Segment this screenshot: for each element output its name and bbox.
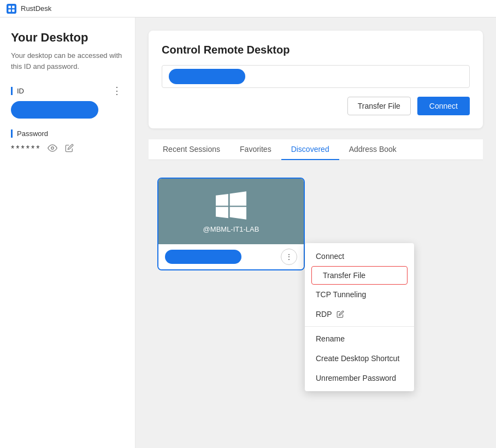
context-tcp-label: TCP Tunneling — [316, 290, 366, 299]
context-rdp-label: RDP — [316, 310, 332, 319]
sidebar: Your Desktop Your desktop can be accesse… — [0, 17, 135, 448]
id-more-button[interactable]: ⋮ — [110, 85, 124, 97]
context-menu: Connect Transfer File TCP Tunneling RDP — [305, 243, 414, 391]
svg-rect-4 — [12, 9, 15, 12]
device-card-header: @MBML-IT1-LAB — [158, 179, 304, 244]
device-card-footer: ⋮ — [158, 244, 304, 269]
tabs-container: Recent Sessions Favorites Discovered Add… — [149, 139, 483, 160]
context-menu-divider — [305, 326, 414, 327]
device-card-wrapper: @MBML-IT1-LAB ⋮ Connect — [157, 178, 305, 270]
svg-rect-2 — [12, 5, 15, 8]
context-menu-unremember[interactable]: Unremember Password — [305, 368, 414, 388]
context-menu-rename[interactable]: Rename — [305, 329, 414, 349]
edit-icon — [336, 310, 344, 318]
id-section: ID ⋮ — [11, 85, 124, 119]
id-value-display — [11, 101, 98, 119]
windows-icon — [216, 190, 246, 221]
sidebar-description: Your desktop can be accessed with this I… — [11, 50, 124, 72]
password-label: Password — [11, 129, 124, 138]
svg-rect-3 — [8, 9, 11, 12]
svg-rect-1 — [8, 5, 11, 8]
remote-desktop-card: Control Remote Desktop Transfer File Con… — [149, 31, 483, 128]
tab-recent-sessions[interactable]: Recent Sessions — [153, 139, 230, 160]
device-card[interactable]: @MBML-IT1-LAB ⋮ — [157, 178, 305, 270]
id-label-row: ID ⋮ — [11, 85, 124, 97]
remote-id-input-wrapper[interactable] — [162, 65, 470, 88]
remote-action-row: Transfer File Connect — [162, 97, 470, 115]
context-menu-connect[interactable]: Connect — [305, 246, 414, 266]
context-unremember-label: Unremember Password — [316, 374, 396, 382]
svg-point-5 — [51, 147, 54, 150]
password-row: ****** — [11, 142, 124, 156]
password-section: Password ****** — [11, 129, 124, 156]
discovered-content: @MBML-IT1-LAB ⋮ Connect — [149, 169, 483, 279]
app-logo-icon — [7, 4, 16, 14]
app-layout: Your Desktop Your desktop can be accesse… — [0, 17, 496, 448]
tab-favorites[interactable]: Favorites — [230, 139, 281, 160]
remote-id-row — [162, 65, 470, 88]
device-id-display — [165, 250, 241, 264]
connect-button[interactable]: Connect — [417, 97, 470, 115]
context-rename-label: Rename — [316, 334, 345, 343]
device-more-button[interactable]: ⋮ — [281, 249, 297, 265]
remote-id-display — [169, 69, 245, 84]
main-content: Control Remote Desktop Transfer File Con… — [135, 17, 496, 448]
context-transfer-label: Transfer File — [323, 271, 365, 280]
context-menu-tcp[interactable]: TCP Tunneling — [305, 285, 414, 304]
password-value: ****** — [11, 144, 41, 154]
tabs-row: Recent Sessions Favorites Discovered Add… — [149, 139, 483, 160]
app-title: RustDesk — [21, 4, 51, 13]
password-edit-button[interactable] — [64, 143, 75, 156]
id-label: ID — [11, 87, 24, 95]
context-shortcut-label: Create Desktop Shortcut — [316, 354, 399, 363]
sidebar-title: Your Desktop — [11, 31, 124, 45]
remote-card-title: Control Remote Desktop — [162, 44, 470, 56]
context-connect-label: Connect — [316, 252, 344, 261]
tab-discovered[interactable]: Discovered — [281, 139, 339, 160]
titlebar: RustDesk — [0, 0, 496, 17]
context-menu-rdp[interactable]: RDP — [305, 304, 414, 324]
svg-rect-0 — [7, 4, 16, 14]
context-menu-transfer-file[interactable]: Transfer File — [311, 266, 408, 285]
context-menu-transfer-wrapper: Transfer File — [305, 266, 414, 285]
transfer-file-button[interactable]: Transfer File — [347, 97, 411, 115]
device-name: @MBML-IT1-LAB — [203, 225, 259, 233]
context-menu-create-shortcut[interactable]: Create Desktop Shortcut — [305, 349, 414, 368]
tab-address-book[interactable]: Address Book — [339, 139, 406, 160]
tabs-and-content: Recent Sessions Favorites Discovered Add… — [149, 139, 483, 279]
password-visibility-button[interactable] — [46, 142, 58, 156]
